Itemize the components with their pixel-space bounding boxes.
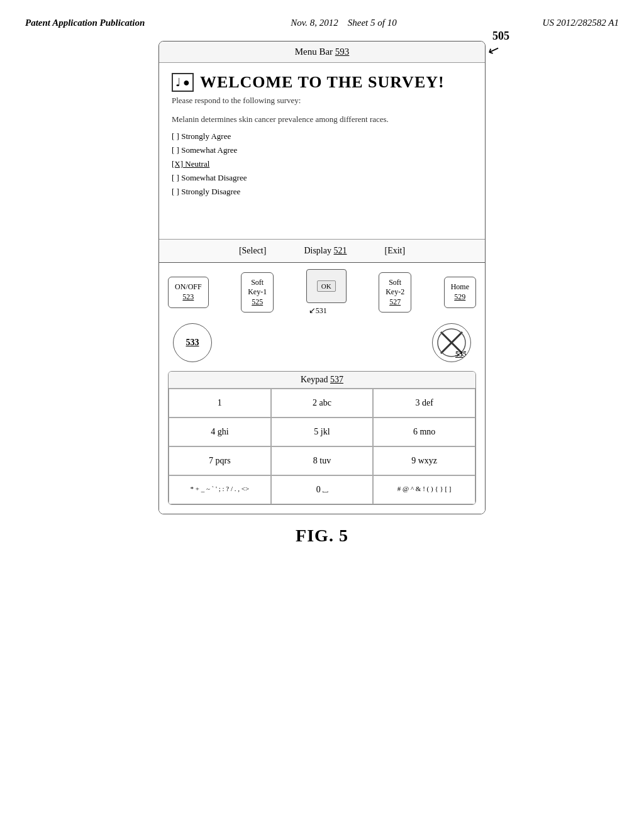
list-item: [ ] Strongly Agree [172,130,472,143]
key-5[interactable]: 5 jkl [271,418,374,446]
ok-button-wrapper: OK ↙531 [306,269,347,316]
list-item: [ ] Strongly Disagree [172,185,472,199]
keypad-section: Keypad 537 1 2 abc 3 def 4 ghi 5 jkl 6 m… [168,371,476,505]
key-star[interactable]: * + _ ~ ` ' ; : ? / . , <> [169,475,271,504]
survey-statement: Melanin determines skin cancer prevalenc… [172,114,472,124]
home-button[interactable]: Home 529 [444,277,476,307]
keypad-grid: 1 2 abc 3 def 4 ghi 5 jkl 6 mno 7 pqrs 8… [169,389,475,504]
key-7[interactable]: 7 pqrs [169,446,271,475]
on-off-ref: 523 [175,292,202,302]
list-item: [ ] Somewhat Agree [172,143,472,157]
key-hash[interactable]: # @ ^ & ! ( ) { } [ ] [373,475,475,504]
key-4[interactable]: 4 ghi [169,418,271,446]
right-x-ref: 535 [455,350,467,359]
side-buttons-row: 533 535 [168,321,476,365]
face-icon: ● [183,76,190,89]
display-label: Display 521 [304,246,347,256]
select-button-label[interactable]: [Select] [239,246,267,256]
soft-key-2-button[interactable]: SoftKey-2 527 [379,272,411,313]
ref-505: 505 [492,30,509,43]
menu-bar-label: Menu Bar 593 [295,47,350,57]
welcome-title: WELCOME TO THE SURVEY! [200,73,445,92]
icons-box: ♩ ● [172,73,194,92]
device: Menu Bar 593 ♩ ● WELCOME TO THE SURVEY! … [158,41,486,514]
header-center: Nov. 8, 2012 Sheet 5 of 10 [291,18,396,28]
phone-body: ON/OFF 523 SoftKey-1 525 OK ↙531 [159,263,485,514]
key-2[interactable]: 2 abc [271,389,374,418]
hw-buttons-row: ON/OFF 523 SoftKey-1 525 OK ↙531 [168,269,476,316]
list-item: [X] Neutral [172,157,472,171]
exit-button-label[interactable]: [Exit] [384,246,405,256]
ok-ref: ↙531 [306,306,347,316]
display-content: ♩ ● WELCOME TO THE SURVEY! Please respon… [159,63,485,239]
home-ref: 529 [451,292,469,302]
home-label: Home [451,282,469,292]
patent-header: Patent Application Publication Nov. 8, 2… [0,0,644,35]
left-circle-ref: 533 [186,338,199,348]
key-0[interactable]: 0 ⎵ [271,475,374,504]
right-x-button[interactable]: 535 [432,323,471,362]
device-wrapper: 505 ↙ Menu Bar 593 ♩ ● WELCOME TO THE SU… [158,41,486,514]
welcome-row: ♩ ● WELCOME TO THE SURVEY! [172,73,472,92]
display-footer: [Select] Display 521 [Exit] [159,239,485,262]
list-item: [ ] Somewhat Disagree [172,171,472,185]
on-off-label: ON/OFF [175,282,202,292]
menu-bar: Menu Bar 593 [159,42,485,63]
soft-key-2-label: SoftKey-2 [386,278,404,297]
keypad-header: Keypad 537 [169,372,475,389]
key-1[interactable]: 1 [169,389,271,418]
soft-key-1-label: SoftKey-1 [248,278,267,297]
header-right: US 2012/282582 A1 [543,18,619,28]
soft-key-1-ref: 525 [248,297,267,307]
on-off-button[interactable]: ON/OFF 523 [168,277,209,307]
left-circle-button[interactable]: 533 [173,323,212,362]
key-3[interactable]: 3 def [373,389,475,418]
header-left: Patent Application Publication [25,18,145,28]
music-icon: ♩ [175,75,180,89]
key-8[interactable]: 8 tuv [271,446,374,475]
soft-key-2-ref: 527 [386,297,404,307]
display-section: Menu Bar 593 ♩ ● WELCOME TO THE SURVEY! … [159,42,485,263]
arrow-505-icon: ↙ [486,41,502,60]
subtitle: Please respond to the following survey: [172,96,472,106]
ok-button[interactable]: OK [306,269,347,303]
key-9[interactable]: 9 wxyz [373,446,475,475]
options-list: [ ] Strongly Agree [ ] Somewhat Agree [X… [172,130,472,199]
ok-label: OK [317,280,336,292]
soft-key-1-button[interactable]: SoftKey-1 525 [241,272,274,313]
key-6[interactable]: 6 mno [373,418,475,446]
figure-caption: FIG. 5 [0,526,644,546]
